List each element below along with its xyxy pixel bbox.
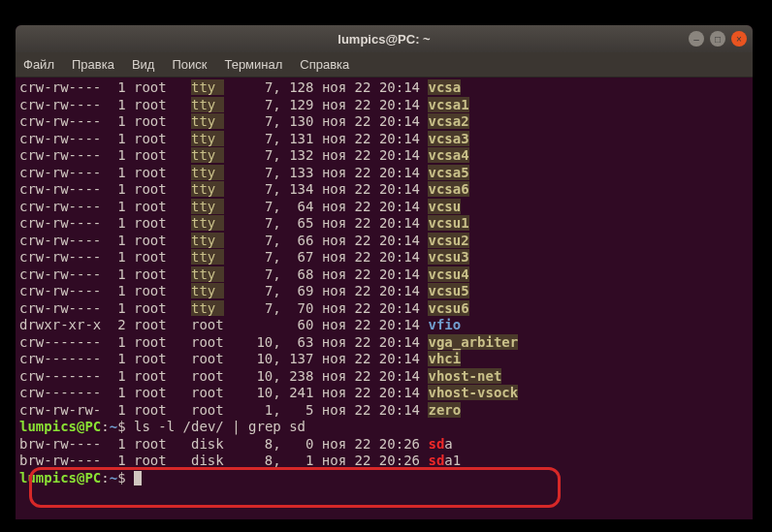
cursor [134, 471, 142, 485]
ls-row: crw-rw---- 1 root tty 7, 68 ноя 22 20:14… [19, 266, 749, 284]
maximize-button[interactable]: □ [710, 31, 725, 47]
menu-search[interactable]: Поиск [172, 57, 207, 72]
menu-file[interactable]: Файл [23, 57, 54, 72]
terminal-window: lumpics@PC: ~ – □ × Файл Правка Вид Поис… [16, 25, 753, 519]
menubar: Файл Правка Вид Поиск Терминал Справка [16, 52, 753, 78]
minimize-button[interactable]: – [689, 31, 704, 47]
ls-row: crw-rw---- 1 root tty 7, 128 ноя 22 20:1… [19, 79, 749, 97]
ls-row: crw-rw---- 1 root tty 7, 67 ноя 22 20:14… [19, 249, 749, 266]
grep-row: brw-rw---- 1 root disk 8, 1 ноя 22 20:26… [19, 453, 749, 470]
ls-row: crw-rw---- 1 root tty 7, 132 ноя 22 20:1… [19, 147, 749, 165]
ls-row: crw-rw---- 1 root tty 7, 69 ноя 22 20:14… [19, 283, 749, 300]
ls-row: crw-rw-rw- 1 root root 1, 5 ноя 22 20:14… [19, 402, 749, 420]
ls-row: crw-rw---- 1 root tty 7, 70 ноя 22 20:14… [19, 300, 749, 318]
ls-row: crw-rw---- 1 root tty 7, 129 ноя 22 20:1… [19, 97, 749, 114]
ls-row: crw-rw---- 1 root tty 7, 64 ноя 22 20:14… [19, 199, 749, 216]
menu-edit[interactable]: Правка [72, 57, 114, 72]
menu-view[interactable]: Вид [132, 57, 155, 72]
prompt-line[interactable]: lumpics@PC:~$ [19, 470, 749, 487]
prompt-line: lumpics@PC:~$ ls -l /dev/ | grep sd [19, 419, 749, 436]
menu-help[interactable]: Справка [300, 57, 349, 72]
ls-row: crw-rw---- 1 root tty 7, 66 ноя 22 20:14… [19, 233, 749, 250]
window-controls: – □ × [689, 31, 747, 47]
ls-row: crw-rw---- 1 root tty 7, 131 ноя 22 20:1… [19, 131, 749, 148]
close-button[interactable]: × [731, 31, 747, 47]
terminal-output[interactable]: crw-rw---- 1 root tty 7, 128 ноя 22 20:1… [16, 78, 753, 488]
ls-row: crw-rw---- 1 root tty 7, 133 ноя 22 20:1… [19, 165, 749, 182]
menu-terminal[interactable]: Терминал [224, 57, 282, 72]
ls-row: crw------- 1 root root 10, 137 ноя 22 20… [19, 351, 749, 368]
ls-row: crw-rw---- 1 root tty 7, 130 ноя 22 20:1… [19, 113, 749, 131]
window-title: lumpics@PC: ~ [16, 32, 753, 47]
ls-row: drwxr-xr-x 2 root root 60 ноя 22 20:14 v… [19, 317, 749, 334]
ls-row: crw-rw---- 1 root tty 7, 134 ноя 22 20:1… [19, 181, 749, 199]
ls-row: crw------- 1 root root 10, 241 ноя 22 20… [19, 385, 749, 402]
ls-row: crw-rw---- 1 root tty 7, 65 ноя 22 20:14… [19, 215, 749, 233]
ls-row: crw------- 1 root root 10, 63 ноя 22 20:… [19, 334, 749, 352]
titlebar[interactable]: lumpics@PC: ~ – □ × [16, 25, 753, 52]
grep-row: brw-rw---- 1 root disk 8, 0 ноя 22 20:26… [19, 436, 749, 454]
ls-row: crw------- 1 root root 10, 238 ноя 22 20… [19, 368, 749, 386]
